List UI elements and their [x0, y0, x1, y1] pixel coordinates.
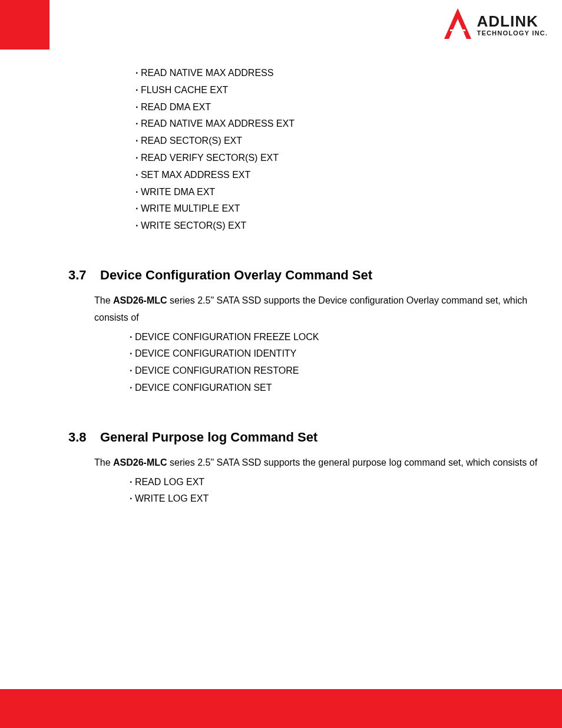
- brand-subtitle: TECHNOLOGY INC.: [477, 30, 548, 37]
- brand-name: ADLINK: [477, 14, 548, 29]
- section-3-8: 3.8 General Purpose log Command Set The …: [21, 430, 541, 508]
- section-body: The ASD26-MLC series 2.5" SATA SSD suppo…: [68, 454, 541, 508]
- product-name: ASD26-MLC: [113, 457, 167, 467]
- section-number: 3.8: [68, 430, 88, 445]
- footer-red-bar: [0, 689, 562, 728]
- list-item: READ NATIVE MAX ADDRESS EXT: [135, 116, 541, 133]
- list-item: READ SECTOR(S) EXT: [135, 133, 541, 150]
- text: The: [94, 295, 113, 305]
- header-red-square: [0, 0, 49, 50]
- text: series 2.5" SATA SSD supports the genera…: [167, 457, 538, 467]
- top-command-list: READ NATIVE MAX ADDRESS FLUSH CACHE EXT …: [135, 65, 541, 235]
- svg-rect-2: [452, 35, 463, 37]
- brand-text: ADLINK TECHNOLOGY INC.: [477, 14, 548, 37]
- list-item: SET MAX ADDRESS EXT: [135, 167, 541, 184]
- text: The: [94, 457, 113, 467]
- section-command-list: DEVICE CONFIGURATION FREEZE LOCK DEVICE …: [130, 329, 541, 397]
- section-command-list: READ LOG EXT WRITE LOG EXT: [130, 474, 541, 508]
- list-item: READ VERIFY SECTOR(S) EXT: [135, 150, 541, 167]
- section-3-7: 3.7 Device Configuration Overlay Command…: [21, 268, 541, 397]
- list-item: READ NATIVE MAX ADDRESS: [135, 65, 541, 82]
- list-item: READ LOG EXT: [130, 474, 541, 491]
- list-item: DEVICE CONFIGURATION FREEZE LOCK: [130, 329, 541, 346]
- list-item: FLUSH CACHE EXT: [135, 82, 541, 99]
- product-name: ASD26-MLC: [113, 295, 167, 305]
- svg-rect-0: [450, 29, 465, 31]
- svg-rect-1: [451, 32, 464, 34]
- section-paragraph: The ASD26-MLC series 2.5" SATA SSD suppo…: [94, 454, 541, 472]
- list-item: WRITE SECTOR(S) EXT: [135, 218, 541, 235]
- section-heading: 3.7 Device Configuration Overlay Command…: [68, 268, 541, 283]
- page-content: READ NATIVE MAX ADDRESS FLUSH CACHE EXT …: [0, 65, 562, 508]
- list-item: DEVICE CONFIGURATION SET: [130, 380, 541, 397]
- section-body: The ASD26-MLC series 2.5" SATA SSD suppo…: [68, 292, 541, 397]
- list-item: WRITE DMA EXT: [135, 184, 541, 201]
- section-title: General Purpose log Command Set: [100, 430, 318, 445]
- list-item: WRITE LOG EXT: [130, 490, 541, 508]
- section-paragraph: The ASD26-MLC series 2.5" SATA SSD suppo…: [94, 292, 541, 327]
- list-item: DEVICE CONFIGURATION RESTORE: [130, 363, 541, 380]
- brand-logo: ADLINK TECHNOLOGY INC.: [444, 8, 548, 41]
- list-item: READ DMA EXT: [135, 99, 541, 116]
- list-item: WRITE MULTIPLE EXT: [135, 200, 541, 218]
- page: ADLINK TECHNOLOGY INC. READ NATIVE MAX A…: [0, 0, 562, 728]
- section-heading: 3.8 General Purpose log Command Set: [68, 430, 541, 445]
- section-number: 3.7: [68, 268, 88, 283]
- section-title: Device Configuration Overlay Command Set: [100, 268, 372, 283]
- list-item: DEVICE CONFIGURATION IDENTITY: [130, 345, 541, 363]
- brand-mark-icon: [444, 8, 471, 41]
